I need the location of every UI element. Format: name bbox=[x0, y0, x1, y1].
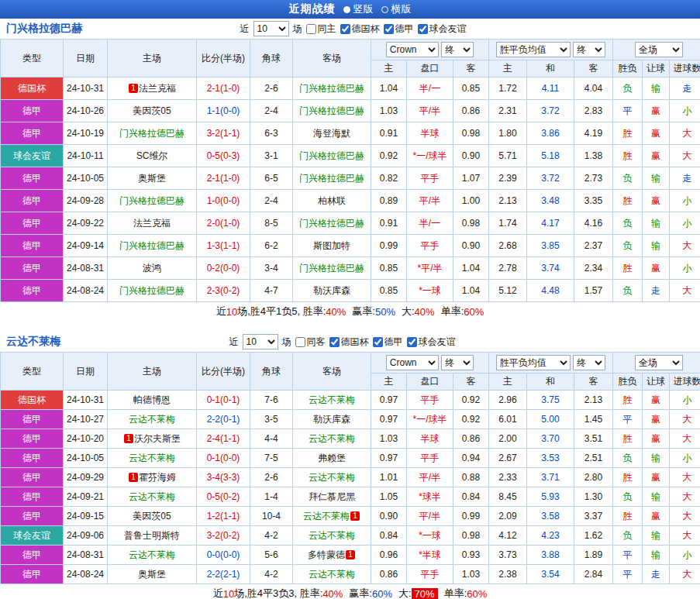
league-filter[interactable]: 德甲 bbox=[373, 336, 403, 349]
col-home: 主场 bbox=[108, 353, 197, 391]
team-name: 波鸿 bbox=[143, 263, 161, 274]
match-date: 24-09-29 bbox=[64, 468, 108, 487]
avg-final-select[interactable]: 终 bbox=[573, 42, 605, 57]
section-divider bbox=[0, 321, 700, 332]
match-score: 0-5(0-2) bbox=[197, 487, 250, 507]
scope-select[interactable]: 全场 bbox=[635, 42, 683, 57]
same-venue-checkbox[interactable] bbox=[306, 24, 316, 34]
same-venue-filter[interactable]: 同主 bbox=[306, 22, 336, 36]
same-venue-checkbox[interactable] bbox=[295, 337, 305, 347]
match-row: 德甲24-10-27云达不莱梅2-2(0-1)3-5勒沃库森0.97*一/球半0… bbox=[1, 410, 700, 429]
away-team: 云达不莱梅 bbox=[293, 526, 371, 546]
match-score: 1-3(1-1) bbox=[197, 235, 250, 257]
summary-stats: 场,胜4平3负3, 胜率: bbox=[234, 587, 322, 599]
match-type: 球会友谊 bbox=[1, 145, 64, 167]
odds-away: 0.98 bbox=[453, 122, 489, 145]
avg-group-header: 胜平负均值 终 bbox=[489, 353, 613, 374]
friendly-filter[interactable]: 球会友谊 bbox=[418, 22, 467, 36]
avg-away-odds: 2.84 bbox=[574, 565, 613, 584]
result-handicap: 走 bbox=[643, 280, 670, 302]
friendly-checkbox[interactable] bbox=[407, 337, 417, 347]
avg-home-odds: 8.45 bbox=[489, 487, 527, 507]
result-outcome: 负 bbox=[613, 167, 643, 190]
bookmaker-select[interactable]: Crown bbox=[386, 355, 439, 370]
summary-count: 10 bbox=[223, 588, 234, 599]
match-row: 德甲24-10-19门兴格拉德巴赫3-2(1-1)6-3海登海默0.91半球0.… bbox=[1, 122, 700, 145]
odds-home: 0.91 bbox=[371, 212, 407, 235]
scope-select[interactable]: 全场 bbox=[635, 355, 683, 370]
result-goals: 大 bbox=[670, 145, 700, 167]
odds-final-select[interactable]: 终 bbox=[441, 355, 474, 370]
bookmaker-select[interactable]: Crown bbox=[386, 42, 439, 57]
match-row: 德甲24-10-201沃尔夫斯堡2-4(1-1)4-4云达不莱梅1.03半球0.… bbox=[1, 429, 700, 449]
friendly-filter[interactable]: 球会友谊 bbox=[407, 336, 456, 349]
odds-home: 1.03 bbox=[371, 429, 407, 449]
match-score: 0-0(0-0) bbox=[197, 546, 250, 565]
odds-home: 0.97 bbox=[371, 449, 407, 468]
away-team: 门兴格拉德巴赫 bbox=[293, 145, 371, 167]
cup-checkbox[interactable] bbox=[329, 337, 340, 347]
match-count-select[interactable]: 10 bbox=[243, 334, 278, 349]
odds-group-header: Crown 终 bbox=[371, 353, 489, 374]
home-team: SC维尔 bbox=[108, 145, 197, 167]
avg-home-odds: 2.13 bbox=[489, 190, 527, 212]
odds-rate-label: 赢率: bbox=[349, 587, 372, 599]
league-filter[interactable]: 德甲 bbox=[384, 22, 414, 36]
result-outcome: 平 bbox=[613, 546, 643, 565]
league-checkbox[interactable] bbox=[384, 24, 394, 34]
result-goals: 走 bbox=[670, 77, 700, 100]
result-goals: 小 bbox=[670, 212, 700, 235]
avg-home-odds: 2.96 bbox=[489, 391, 527, 410]
match-type: 德甲 bbox=[1, 122, 64, 145]
match-date: 24-10-31 bbox=[64, 391, 108, 410]
league-checkbox[interactable] bbox=[373, 337, 383, 347]
away-team: 门兴格拉德巴赫 bbox=[293, 167, 371, 190]
summary-bar-2: 近10场,胜4平3负3, 胜率:40% 赢率:60% 大:70% 单率:60% bbox=[0, 584, 700, 599]
cup-filter[interactable]: 德国杯 bbox=[340, 22, 380, 36]
odds-handicap: 平/半 bbox=[407, 507, 453, 526]
layout-horizontal-radio[interactable]: 横版 bbox=[381, 2, 412, 16]
match-score: 2-0(1-0) bbox=[197, 212, 250, 235]
match-count-select[interactable]: 10 bbox=[253, 21, 289, 36]
same-venue-filter[interactable]: 同客 bbox=[295, 336, 326, 349]
col-odds-away: 客 bbox=[453, 374, 489, 391]
avg-away-odds: 2.37 bbox=[574, 235, 613, 257]
win-rate: 40% bbox=[326, 306, 346, 318]
avg-select[interactable]: 胜平负均值 bbox=[496, 355, 571, 370]
avg-draw-odds: 3.58 bbox=[527, 507, 574, 526]
cup-checkbox[interactable] bbox=[340, 24, 350, 34]
home-team: 1霍芬海姆 bbox=[108, 468, 197, 487]
match-score: 2-4(1-1) bbox=[197, 429, 250, 449]
team-title: 云达不莱梅 bbox=[6, 335, 60, 349]
match-date: 24-09-14 bbox=[64, 235, 108, 257]
match-row: 德国杯24-10-311法兰克福2-1(1-0)2-6门兴格拉德巴赫1.04半/… bbox=[1, 77, 700, 100]
corner-count: 1-4 bbox=[250, 487, 293, 507]
home-team: 云达不莱梅 bbox=[108, 487, 197, 507]
result-handicap: 输 bbox=[643, 546, 670, 565]
avg-draw-odds: 3.88 bbox=[527, 546, 574, 565]
friendly-checkbox[interactable] bbox=[418, 24, 428, 34]
avg-home-odds: 5.12 bbox=[489, 280, 527, 302]
match-date: 24-10-19 bbox=[64, 122, 108, 145]
avg-draw-odds: 3.75 bbox=[527, 391, 574, 410]
match-score: 2-1(1-0) bbox=[197, 77, 250, 100]
result-goals: 大 bbox=[670, 235, 700, 257]
odds-final-select[interactable]: 终 bbox=[441, 42, 474, 57]
avg-draw-odds: 4.11 bbox=[527, 77, 574, 100]
section-header-2: 云达不莱梅 近 10 场 同客 德国杯 德甲 球会友谊 bbox=[0, 332, 700, 352]
odds-handicap: *一/球半 bbox=[407, 410, 453, 429]
match-row: 球会友谊24-10-11SC维尔0-5(0-3)3-1门兴格拉德巴赫0.92*一… bbox=[1, 145, 700, 167]
corner-count: 7-5 bbox=[250, 449, 293, 468]
avg-select[interactable]: 胜平负均值 bbox=[496, 42, 571, 57]
cup-filter[interactable]: 德国杯 bbox=[329, 336, 369, 349]
result-outcome: 胜 bbox=[613, 122, 643, 145]
avg-final-select[interactable]: 终 bbox=[573, 355, 605, 370]
home-team: 法兰克福 bbox=[108, 212, 197, 235]
match-score: 0-5(0-3) bbox=[197, 145, 250, 167]
match-score: 0-1(0-0) bbox=[197, 449, 250, 468]
odds-away: 1.07 bbox=[453, 167, 489, 190]
layout-vertical-radio[interactable]: 竖版 bbox=[343, 2, 374, 16]
match-date: 24-10-27 bbox=[64, 410, 108, 429]
team-name: 海登海默 bbox=[313, 128, 350, 139]
corner-count: 2-6 bbox=[250, 468, 293, 487]
